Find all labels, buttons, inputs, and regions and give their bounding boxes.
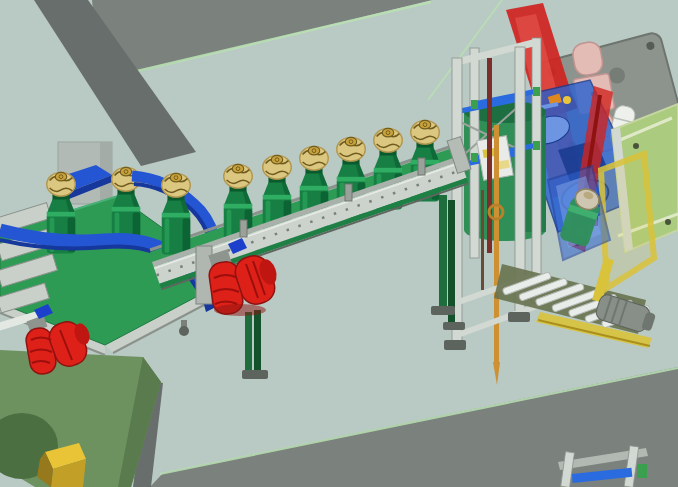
- rail-bracket: [240, 220, 247, 237]
- frame-foot: [444, 340, 466, 350]
- leveling-foot: [179, 326, 189, 336]
- bottle: [162, 173, 191, 254]
- cad-viewport-3d[interactable]: [0, 0, 678, 487]
- rail-bracket: [418, 158, 425, 175]
- frame-foot: [508, 312, 530, 322]
- machine-base-platform: [0, 350, 161, 487]
- assembly-line-scene: [0, 0, 678, 487]
- rail-bracket: [345, 184, 352, 201]
